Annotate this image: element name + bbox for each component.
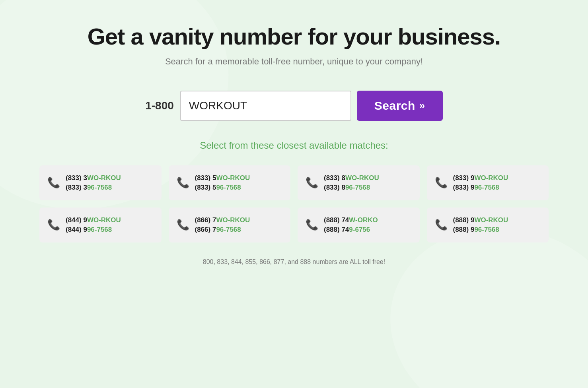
card-numeric-0: (833) 396-7568 (66, 184, 121, 192)
phone-prefix-label: 1-800 (145, 99, 174, 112)
phone-icon: 📞 (435, 177, 448, 189)
phone-icon: 📞 (435, 219, 448, 231)
headline: Get a vanity number for your business. (88, 24, 500, 49)
phone-icon: 📞 (47, 177, 60, 189)
card-vanity-7: (888) 9WO-RKOU (453, 216, 508, 224)
card-text: (833) 8WO-RKOU (833) 896-7568 (324, 174, 379, 192)
card-numeric-5: (866) 796-7568 (195, 226, 250, 234)
page-wrapper: Get a vanity number for your business. S… (31, 24, 557, 266)
card-numeric-3: (833) 996-7568 (453, 184, 508, 192)
card-text: (866) 7WO-RKOU (866) 796-7568 (195, 216, 250, 234)
search-input[interactable] (180, 91, 351, 121)
card-text: (844) 9WO-RKOU (844) 996-7568 (66, 216, 121, 234)
footer-note: 800, 833, 844, 855, 866, 877, and 888 nu… (203, 258, 385, 266)
card-numeric-6: (888) 749-6756 (324, 226, 378, 234)
phone-icon: 📞 (306, 219, 318, 231)
result-card[interactable]: 📞 (833) 3WO-RKOU (833) 396-7568 (39, 165, 162, 200)
card-vanity-3: (833) 9WO-RKOU (453, 174, 508, 182)
card-vanity-0: (833) 3WO-RKOU (66, 174, 121, 182)
card-vanity-5: (866) 7WO-RKOU (195, 216, 250, 224)
card-vanity-4: (844) 9WO-RKOU (66, 216, 121, 224)
results-grid: 📞 (833) 3WO-RKOU (833) 396-7568 📞 (833) … (39, 165, 549, 242)
result-card[interactable]: 📞 (833) 8WO-RKOU (833) 896-7568 (298, 165, 420, 200)
search-button-chevron: » (419, 99, 425, 112)
phone-icon: 📞 (47, 219, 60, 231)
result-card[interactable]: 📞 (833) 9WO-RKOU (833) 996-7568 (427, 165, 549, 200)
card-numeric-4: (844) 996-7568 (66, 226, 121, 234)
card-vanity-2: (833) 8WO-RKOU (324, 174, 379, 182)
card-numeric-7: (888) 996-7568 (453, 226, 508, 234)
phone-icon: 📞 (177, 219, 189, 231)
card-text: (833) 3WO-RKOU (833) 396-7568 (66, 174, 121, 192)
phone-icon: 📞 (306, 177, 318, 189)
result-card[interactable]: 📞 (866) 7WO-RKOU (866) 796-7568 (169, 208, 291, 242)
result-card[interactable]: 📞 (844) 9WO-RKOU (844) 996-7568 (39, 208, 162, 242)
phone-icon: 📞 (177, 177, 189, 189)
card-numeric-2: (833) 896-7568 (324, 184, 379, 192)
card-text: (833) 5WO-RKOU (833) 596-7568 (195, 174, 250, 192)
result-card[interactable]: 📞 (833) 5WO-RKOU (833) 596-7568 (169, 165, 291, 200)
subheadline: Search for a memorable toll-free number,… (165, 56, 423, 67)
card-numeric-1: (833) 596-7568 (195, 184, 250, 192)
result-card[interactable]: 📞 (888) 9WO-RKOU (888) 996-7568 (427, 208, 549, 242)
search-button-label: Search (374, 99, 415, 113)
card-text: (888) 74W-ORKO (888) 749-6756 (324, 216, 378, 234)
card-vanity-1: (833) 5WO-RKOU (195, 174, 250, 182)
search-button[interactable]: Search » (357, 91, 443, 121)
result-card[interactable]: 📞 (888) 74W-ORKO (888) 749-6756 (298, 208, 420, 242)
search-row: 1-800 Search » (145, 91, 443, 121)
matches-label: Select from these closest available matc… (200, 140, 388, 151)
card-vanity-6: (888) 74W-ORKO (324, 216, 378, 224)
card-text: (833) 9WO-RKOU (833) 996-7568 (453, 174, 508, 192)
card-text: (888) 9WO-RKOU (888) 996-7568 (453, 216, 508, 234)
